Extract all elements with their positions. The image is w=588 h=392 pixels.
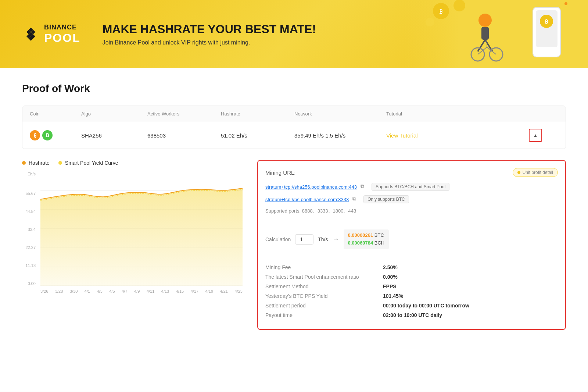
calc-input[interactable] [295, 234, 313, 245]
col-network: Network [294, 111, 386, 117]
stat-btc-pps: Yesterday's BTC PPS Yield 101.45% [265, 293, 558, 299]
x-label-9: 4/13 [161, 289, 169, 293]
smart-pool-legend-label: Smart Pool Yield Curve [65, 160, 118, 166]
calc-arrow-icon: → [333, 235, 339, 243]
x-label-6: 4/7 [122, 289, 127, 293]
page-title: Proof of Work [22, 83, 566, 95]
unit-profit-button[interactable]: Unit profit detail [513, 168, 558, 177]
expand-arrow-icon: ▲ [533, 133, 538, 138]
table-row: ₿ Ƀ SHA256 638503 51.02 Eh/s 359.49 Eh/s… [22, 122, 566, 149]
btc-icon: ₿ [30, 130, 40, 140]
chart-plot [40, 172, 243, 286]
legend-smart-pool: Smart Pool Yield Curve [58, 160, 118, 166]
x-label-2: 3/30 [70, 289, 78, 293]
stat-btc-pps-label: Yesterday's BTC PPS Yield [265, 293, 383, 299]
expand-button[interactable]: ▲ [529, 129, 542, 142]
table-header: Coin Algo Active Workers Hashrate Networ… [22, 106, 566, 122]
x-label-13: 4/21 [220, 289, 228, 293]
stat-payout-time-label: Payout time [265, 312, 383, 318]
logo-pool: POOL [44, 31, 80, 45]
svg-point-17 [564, 2, 567, 5]
stat-payout-time: Payout time 02:00 to 10:00 UTC daily [265, 312, 558, 318]
hashrate-legend-dot [22, 161, 26, 165]
calculation-row: Calculation Th/s → 0.00000261 BTC 0.0006… [265, 229, 558, 249]
x-label-12: 4/19 [205, 289, 213, 293]
coin-icons: ₿ Ƀ [30, 130, 81, 140]
chart-area: Eh/s 55.67 44.54 33.4 22.27 11.13 0.00 [22, 172, 243, 297]
supported-ports: Supported ports: 8888、3333、1800、443 [265, 208, 558, 214]
y-label-5: 55.67 [25, 191, 36, 196]
url-2-link[interactable]: stratum+tcp://bs.poolbinance.com:3333 [265, 197, 349, 202]
illustration-bg: ₿ ₿ [404, 0, 588, 68]
chart-svg [40, 172, 243, 286]
banner: BINANCE POOL MAKE HASHRATE YOUR BEST MAT… [0, 0, 588, 68]
stat-settlement-period: Settlement period 00:00 today to 00:00 U… [265, 303, 558, 309]
col-expand [529, 111, 558, 117]
stat-smart-pool-value: 0.00% [383, 274, 398, 280]
x-label-3: 4/1 [85, 289, 90, 293]
svg-text:₿: ₿ [440, 8, 442, 15]
x-label-7: 4/9 [134, 289, 140, 293]
col-hashrate: Hashrate [221, 111, 294, 117]
unit-profit-dot [517, 171, 520, 174]
y-label-1: 11.13 [25, 263, 36, 268]
stat-settlement-period-value: 00:00 today to 00:00 UTC tomorrow [383, 303, 469, 309]
url-1-tag: Supports BTC/BCH and Smart Pool [372, 183, 449, 191]
main-content: Proof of Work Coin Algo Active Workers H… [0, 68, 588, 392]
divider-2 [265, 257, 558, 257]
stat-settlement-period-label: Settlement period [265, 303, 383, 309]
calc-result-bch-value: 0.00060784 [348, 240, 373, 246]
svg-point-18 [572, 8, 574, 10]
x-label-4: 4/3 [97, 289, 103, 293]
y-axis: Eh/s 55.67 44.54 33.4 22.27 11.13 0.00 [22, 172, 39, 286]
network-value: 359.49 Eh/s 1.5 Eh/s [294, 132, 386, 139]
x-label-8: 4/11 [147, 289, 154, 293]
stat-smart-pool-label: The latest Smart Pool enhancement ratio [265, 274, 383, 280]
calc-result-btc-label: BTC [374, 232, 384, 238]
col-tutorial: Tutorial [386, 111, 529, 117]
stat-settlement-method: Settlement Method FPPS [265, 284, 558, 289]
x-label-14: 4/23 [235, 289, 243, 293]
mining-url-title: Mining URL: [265, 170, 296, 176]
chart-legend: Hashrate Smart Pool Yield Curve [22, 160, 243, 166]
pow-table: Coin Algo Active Workers Hashrate Networ… [22, 106, 566, 149]
col-active-workers: Active Workers [147, 111, 221, 117]
bch-icon: Ƀ [42, 130, 53, 140]
svg-text:₿: ₿ [545, 18, 548, 25]
y-label-3: 33.4 [28, 227, 36, 232]
y-label-2: 22.27 [25, 245, 36, 250]
chart-container: Hashrate Smart Pool Yield Curve Eh/s 55.… [22, 160, 243, 297]
copy-icon-2[interactable]: ⧉ [352, 196, 360, 203]
view-tutorial-link[interactable]: View Tutorial [386, 132, 529, 139]
calc-label: Calculation [265, 236, 291, 242]
calc-unit: Th/s [318, 236, 328, 242]
svg-point-15 [453, 0, 465, 11]
hashrate-value: 51.02 Eh/s [221, 132, 294, 139]
y-label-0: 0.00 [28, 281, 36, 286]
divider-1 [265, 222, 558, 222]
logo: BINANCE POOL [22, 24, 80, 45]
x-label-5: 4/5 [109, 289, 115, 293]
info-panel: Mining URL: Unit profit detail stratum+t… [257, 160, 566, 330]
copy-icon-1[interactable]: ⧉ [361, 183, 368, 190]
binance-logo-icon [22, 25, 40, 43]
banner-svg-illustration: ₿ ₿ [412, 0, 581, 68]
unit-profit-label: Unit profit detail [523, 170, 553, 175]
mining-url-header: Mining URL: Unit profit detail [265, 168, 558, 177]
stats-section: Mining Fee 2.50% The latest Smart Pool e… [265, 264, 558, 318]
url-row-1: stratum+tcp://sha256.poolbinance.com:443… [265, 183, 558, 191]
logo-binance: BINANCE [44, 24, 80, 31]
smart-pool-legend-dot [58, 161, 62, 165]
stat-smart-pool: The latest Smart Pool enhancement ratio … [265, 274, 558, 280]
y-unit: Eh/s [28, 172, 36, 176]
svg-point-4 [478, 14, 492, 27]
stat-btc-pps-value: 101.45% [383, 293, 403, 299]
col-coin: Coin [30, 111, 81, 117]
hashrate-legend-label: Hashrate [29, 160, 50, 166]
x-label-10: 4/15 [176, 289, 184, 293]
url-1-link[interactable]: stratum+tcp://sha256.poolbinance.com:443 [265, 184, 357, 190]
chart-section: Hashrate Smart Pool Yield Curve Eh/s 55.… [22, 160, 566, 330]
url-2-tag: Only supports BTC [363, 195, 409, 203]
stat-mining-fee: Mining Fee 2.50% [265, 264, 558, 270]
x-label-1: 3/28 [55, 289, 63, 293]
